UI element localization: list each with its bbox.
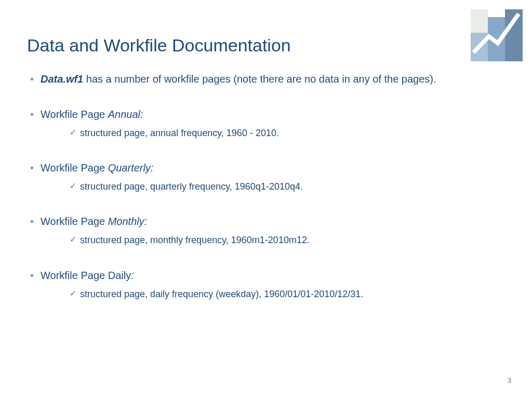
sub-bullet: structured page, quarterly frequency, 19… [41,180,505,193]
bullet-item: Data.wf1 has a number of workfile pages … [27,72,505,86]
bullet-prefix: Workfile Page [41,109,108,120]
sub-bullet: structured page, daily frequency (weekda… [41,288,505,301]
svg-rect-0 [471,9,488,33]
bullet-suffix: Quarterly: [108,162,154,174]
bullet-suffix: Monthly: [108,216,148,227]
bullet-prefix: Workfile Page [41,162,108,174]
slide-title: Data and Workfile Documentation [27,35,291,56]
sub-bullet: structured page, annual frequency, 1960 … [41,127,505,140]
bullet-suffix: Annual: [108,109,143,120]
bullet-prefix: Workfile Page Daily [41,270,131,281]
chart-logo-icon [471,9,523,61]
bullet-suffix: : [131,270,134,281]
bullet-prefix: Data.wf1 [41,73,83,85]
bullet-text: has a number of workfile pages (note the… [83,73,436,85]
slide-content: Data.wf1 has a number of workfile pages … [27,72,505,322]
bullet-item: Workfile Page Daily: structured page, da… [27,268,505,301]
page-number: 3 [508,377,511,384]
sub-bullet: structured page, monthly frequency, 1960… [41,234,505,247]
bullet-item: Workfile Page Annual: structured page, a… [27,107,505,140]
bullet-item: Workfile Page Quarterly: structured page… [27,161,505,193]
bullet-prefix: Workfile Page [41,216,108,227]
bullet-item: Workfile Page Monthly: structured page, … [27,214,505,247]
